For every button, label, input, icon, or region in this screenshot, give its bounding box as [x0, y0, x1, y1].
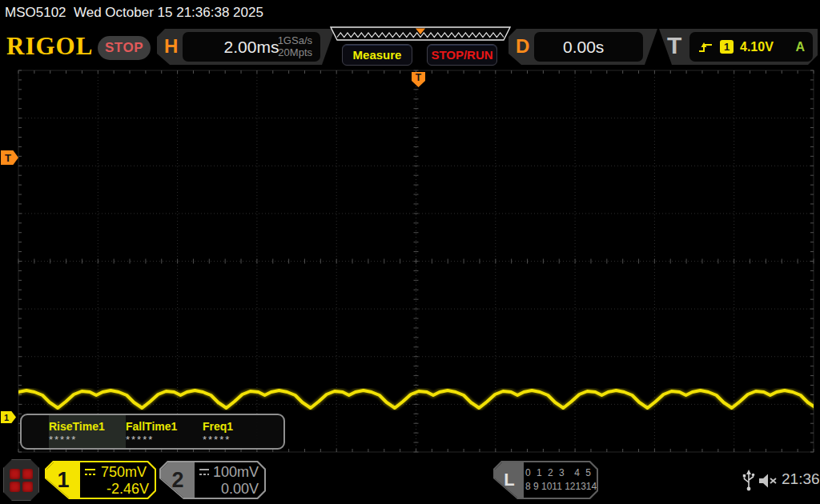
measurement-results-panel: RiseTime1 ***** FallTime1 ***** Freq1 **…	[20, 414, 285, 450]
channel1-number-tab: 1	[46, 462, 80, 498]
measurement-value: *****	[203, 434, 279, 446]
logic-channel-numbers: 0 1 2 3 4 5 6 7 8 9 1011 12131415	[525, 466, 594, 494]
logic-row-0-7: 0 1 2 3 4 5 6 7	[525, 466, 594, 480]
channel2-badge[interactable]: 2 100mV 0.00V	[159, 461, 266, 499]
logic-label-tab: L	[495, 462, 524, 498]
dc-coupling-icon	[198, 467, 209, 478]
measurement-value: *****	[49, 434, 126, 446]
channel2-scale: 100mV	[213, 464, 259, 481]
measurement-value: *****	[126, 434, 203, 446]
channel1-scale: 750mV	[101, 464, 147, 481]
measurement-item[interactable]: RiseTime1 *****	[49, 415, 126, 448]
measurement-item[interactable]: Freq1 *****	[203, 415, 279, 448]
trigger-level-marker-letter: T	[5, 152, 11, 164]
logic-row-8-15: 8 9 1011 12131415	[525, 480, 594, 494]
measurement-name: RiseTime1	[49, 419, 126, 434]
channel1-badge[interactable]: 1 750mV -2.46V	[45, 461, 156, 499]
channel1-offset: -2.46V	[83, 481, 149, 498]
channel2-number-tab: 2	[161, 462, 195, 498]
grid-menu-icon	[10, 469, 33, 492]
trigger-position-marker-letter: T	[416, 72, 421, 87]
measurement-name: FallTime1	[126, 419, 203, 434]
measurement-name: Freq1	[203, 419, 279, 434]
channel2-offset: 0.00V	[198, 481, 259, 498]
logic-analyzer-badge[interactable]: L 0 1 2 3 4 5 6 7 8 9 1011 12131415	[493, 461, 598, 499]
measurement-item[interactable]: FallTime1 *****	[126, 415, 203, 448]
usb-icon	[742, 469, 757, 491]
main-menu-button[interactable]	[3, 459, 39, 501]
speaker-mute-icon	[758, 472, 780, 490]
clock: 21:36	[782, 470, 820, 488]
dc-coupling-icon	[83, 467, 97, 478]
channel1-marker-number: 1	[4, 413, 9, 422]
